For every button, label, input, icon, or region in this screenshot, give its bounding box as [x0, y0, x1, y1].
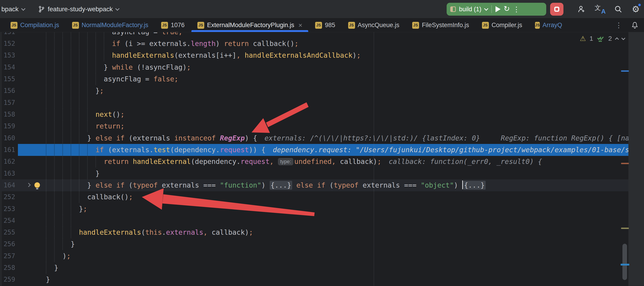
- editor-tab[interactable]: JSCompilation.js: [4, 18, 66, 32]
- run-button[interactable]: [496, 6, 500, 12]
- code-line-164[interactable]: 164} else if (typeof externals === "func…: [0, 179, 628, 191]
- line-number[interactable]: 161: [0, 144, 15, 156]
- line-number[interactable]: 255: [0, 226, 15, 238]
- ide-window: bpack feature-study-webpack build (1) ↻ …: [0, 0, 644, 286]
- code-line-158[interactable]: 158next();: [0, 108, 628, 120]
- code-text: if (externals.test(dependency.request)) …: [96, 144, 628, 156]
- indent-guides: [46, 179, 87, 191]
- build-config-icon: [450, 7, 456, 12]
- code-text: }: [71, 238, 75, 250]
- code-line-162[interactable]: 162return handleExternal(dependency.requ…: [0, 156, 628, 168]
- code-line-161[interactable]: 161if (externals.test(dependency.request…: [0, 144, 628, 156]
- line-number[interactable]: 153: [0, 49, 15, 61]
- line-number[interactable]: 164: [0, 179, 15, 191]
- code-line-156[interactable]: 156};: [0, 85, 628, 97]
- code-line-157[interactable]: 157: [0, 97, 628, 109]
- editor-tab[interactable]: JSCompiler.js: [476, 18, 529, 32]
- intention-bulb-icon[interactable]: [34, 182, 40, 188]
- code-line-255[interactable]: 255handleExternals(this.externals, callb…: [0, 226, 628, 238]
- vcs-branch-widget[interactable]: feature-study-webpack: [38, 0, 119, 18]
- line-number[interactable]: 151: [0, 32, 15, 38]
- code-editor[interactable]: 151asyncFlag = true;152if (i >= external…: [0, 32, 644, 286]
- code-line-163[interactable]: 163}: [0, 168, 628, 180]
- line-number[interactable]: 156: [0, 85, 15, 97]
- line-number[interactable]: 256: [0, 238, 15, 250]
- tab-list: JSCompilation.jsJSNormalModuleFactory.js…: [4, 18, 563, 32]
- line-number[interactable]: 154: [0, 61, 15, 73]
- line-number[interactable]: 158: [0, 108, 15, 120]
- code-text: };: [96, 85, 104, 97]
- close-tab-icon[interactable]: ×: [298, 21, 302, 29]
- editor-tab[interactable]: JSArrayQ: [528, 18, 563, 32]
- code-line-153[interactable]: 153handleExternals(externals[i++], handl…: [0, 49, 628, 61]
- code-line-155[interactable]: 155asyncFlag = false;: [0, 73, 628, 85]
- code-line-252[interactable]: 252callback();: [0, 191, 628, 203]
- settings-gear-icon[interactable]: ⚙: [629, 0, 642, 18]
- folded-code-chip[interactable]: {...}: [270, 181, 292, 190]
- code-line-253[interactable]: 253};: [0, 203, 628, 215]
- indent-guides: [46, 120, 96, 132]
- tab-label: Compiler.js: [492, 22, 522, 29]
- code-line-257[interactable]: 257);: [0, 250, 628, 262]
- line-number[interactable]: 252: [0, 191, 15, 203]
- line-number[interactable]: 258: [0, 262, 15, 274]
- code-line-151[interactable]: 151asyncFlag = true;: [0, 32, 628, 38]
- scrollbar-thumb[interactable]: [622, 244, 627, 280]
- javascript-file-icon: JS: [482, 22, 489, 29]
- line-number[interactable]: 157: [0, 97, 15, 109]
- folded-code-chip[interactable]: {...}: [463, 181, 486, 190]
- line-number[interactable]: 152: [0, 38, 15, 50]
- indent-guides: [46, 144, 96, 156]
- tab-label: 1076: [171, 22, 184, 29]
- code-line-154[interactable]: 154} while (!asyncFlag);: [0, 61, 628, 73]
- line-number[interactable]: 155: [0, 73, 15, 85]
- scrollbar-mark: [621, 228, 629, 229]
- translate-icon[interactable]: 文A: [593, 0, 607, 18]
- indent-guides: [46, 49, 112, 61]
- editor-tab[interactable]: JSNormalModuleFactory.js: [66, 18, 155, 32]
- code-line-159[interactable]: 159return;: [0, 120, 628, 132]
- tab-options-icon[interactable]: ⋮: [612, 18, 626, 32]
- code-text: next();: [96, 108, 124, 120]
- indent-guides: [46, 168, 96, 180]
- line-number[interactable]: 162: [0, 156, 15, 168]
- line-number[interactable]: 160: [0, 132, 15, 144]
- editor-tab[interactable]: JSAsyncQueue.js: [342, 18, 406, 32]
- line-number[interactable]: 253: [0, 203, 15, 215]
- add-user-icon[interactable]: [575, 0, 588, 18]
- editor-tab[interactable]: JS1076: [155, 18, 191, 32]
- line-number[interactable]: 257: [0, 250, 15, 262]
- next-problem-icon[interactable]: [622, 36, 626, 40]
- passed-count: 2: [608, 35, 612, 42]
- inspections-widget[interactable]: ⚠ 1 2: [580, 35, 625, 43]
- scrollbar-rail[interactable]: [628, 32, 644, 286]
- run-configuration-widget[interactable]: build (1) ↻ ⋮: [446, 3, 546, 16]
- editor-tab[interactable]: JSExternalModuleFactoryPlugin.js×: [191, 18, 309, 32]
- code-line-256[interactable]: 256}: [0, 238, 628, 250]
- editor-tab[interactable]: JS985: [309, 18, 342, 32]
- line-number[interactable]: 163: [0, 168, 15, 180]
- line-number[interactable]: 254: [0, 215, 15, 227]
- project-widget[interactable]: bpack: [2, 0, 25, 18]
- stop-button[interactable]: [550, 3, 564, 16]
- previous-problem-icon[interactable]: [615, 37, 619, 41]
- code-line-160[interactable]: 160} else if (externals instanceof RegEx…: [0, 132, 628, 144]
- editor-tab[interactable]: JSFileSystemInfo.js: [406, 18, 476, 32]
- code-text: callback();: [87, 191, 133, 203]
- text-caret: [462, 181, 463, 189]
- main-toolbar: bpack feature-study-webpack build (1) ↻ …: [0, 0, 644, 18]
- code-line-152[interactable]: 152if (i >= externals.length) return cal…: [0, 38, 628, 50]
- code-text: handleExternals(this.externals, callback…: [79, 226, 253, 238]
- indent-guides: [46, 38, 112, 50]
- line-number[interactable]: 159: [0, 120, 15, 132]
- code-line-258[interactable]: 258}: [0, 262, 628, 274]
- line-number[interactable]: 259: [0, 273, 15, 285]
- search-icon[interactable]: [612, 0, 625, 18]
- indent-guides: [46, 61, 104, 73]
- code-text: handleExternals(externals[i++], handleEx…: [112, 49, 361, 61]
- more-run-actions-icon[interactable]: ⋮: [513, 5, 520, 13]
- code-line-259[interactable]: 259}: [0, 273, 628, 285]
- code-line-254[interactable]: 254: [0, 215, 628, 227]
- rerun-debug-icon[interactable]: ↻: [504, 5, 510, 13]
- notifications-bell-icon[interactable]: [626, 18, 644, 32]
